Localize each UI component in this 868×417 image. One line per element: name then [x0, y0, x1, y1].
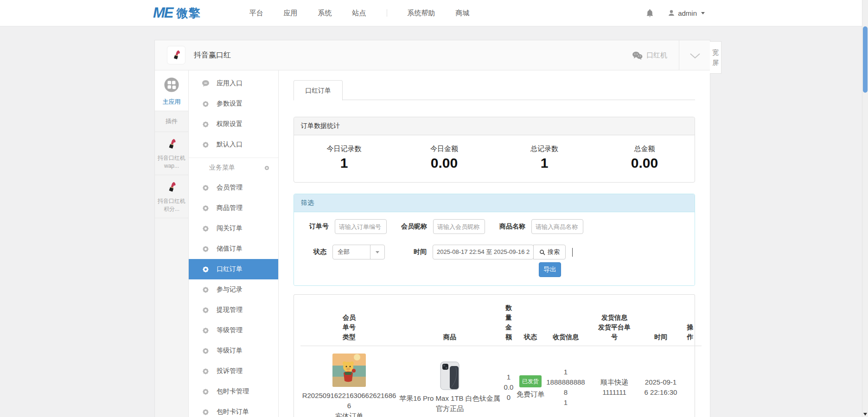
wechat-icon	[632, 51, 643, 60]
nav-item-apps[interactable]: 应用	[284, 9, 298, 18]
export-button[interactable]: 导出	[539, 262, 561, 277]
nav-item-platform[interactable]: 平台	[249, 9, 263, 18]
sidebar-item-levels[interactable]: 等级管理	[189, 320, 278, 341]
cell-receiver: 1 18888888888 1	[545, 346, 586, 417]
nav-item-site[interactable]: 站点	[352, 9, 366, 18]
stat-value: 1	[494, 155, 594, 171]
user-menu[interactable]: admin	[668, 9, 705, 17]
col-member-order-type: 会员 单号 类型	[300, 299, 398, 346]
orders-table-panel: 会员 单号 类型 商品 数 量 金 额 状态 收货信息 发货信息 发货平台单 号…	[294, 294, 695, 417]
stats-title: 订单数据统计	[294, 117, 695, 135]
nickname-input[interactable]	[433, 219, 485, 234]
scroll-down-arrow-icon[interactable]	[863, 413, 867, 416]
gear-icon[interactable]	[264, 165, 270, 171]
col-product: 商品	[398, 299, 502, 346]
filter-field-order-no: 订单号	[309, 219, 387, 234]
cell-time: 2025-09-16 22:16:30	[643, 346, 679, 417]
tab-lipstick-orders[interactable]: 口红订单	[294, 80, 343, 101]
rail-item-plugin-points[interactable]: 抖音口红机积分...	[155, 175, 188, 218]
app-rail: 主应用 插件 抖音口红机wap... 抖音口红机积分...	[155, 70, 189, 417]
rail-item-main-app[interactable]: 主应用	[155, 70, 188, 111]
sidebar-section-business-menu: 业务菜单	[189, 158, 278, 177]
gear-icon	[202, 286, 210, 294]
scrollbar-thumb[interactable]	[863, 26, 868, 93]
product-name-input[interactable]	[531, 219, 583, 234]
product-name-label: 商品名称	[499, 222, 525, 231]
sidebar-item-members[interactable]: 会员管理	[189, 177, 278, 198]
sidebar-item-params[interactable]: 参数设置	[189, 94, 278, 114]
sidebar-item-complaints[interactable]: 投诉管理	[189, 361, 278, 381]
channel-label: 口红机	[646, 51, 667, 60]
sidebar-item-products[interactable]: 商品管理	[189, 198, 278, 218]
sidebar-item-label: 闯关订单	[217, 224, 243, 233]
time-range-input[interactable]	[433, 245, 534, 259]
app-panel: 抖音赢口红 口红机 宽屏	[154, 40, 710, 417]
nav-divider	[387, 9, 387, 17]
status-select[interactable]: 全部	[332, 245, 385, 259]
sidebar-item-default-entry[interactable]: 默认入口	[189, 134, 278, 155]
sidebar-item-permissions[interactable]: 权限设置	[189, 114, 278, 134]
status-badge: 已发货	[519, 375, 542, 387]
sidebar-item-participation-records[interactable]: 参与记录	[189, 279, 278, 300]
notification-bell-icon[interactable]	[646, 9, 654, 18]
rail-item-plugin-wap[interactable]: 抖音口红机wap...	[155, 132, 188, 175]
table-header-row: 会员 单号 类型 商品 数 量 金 额 状态 收货信息 发货信息 发货平台单 号…	[300, 299, 702, 346]
widescreen-toggle-button[interactable]: 宽屏	[710, 41, 721, 74]
sidebar-item-time-card-orders[interactable]: 包时卡订单	[189, 402, 278, 417]
gear-icon	[202, 225, 210, 233]
gear-icon	[202, 245, 210, 253]
collapse-chevron-icon[interactable]	[689, 52, 701, 61]
filter-field-product: 商品名称	[499, 219, 583, 234]
sidebar-item-label: 应用入口	[217, 79, 243, 88]
orders-table: 会员 单号 类型 商品 数 量 金 额 状态 收货信息 发货信息 发货平台单 号…	[300, 299, 702, 417]
rail-plugins-label: 插件	[155, 111, 188, 132]
sidebar-item-label: 包时卡订单	[217, 408, 249, 416]
sidebar-item-stored-value-orders[interactable]: 储值订单	[189, 239, 278, 259]
product-subtitle: 官方正品	[399, 404, 501, 414]
stat-label: 总记录数	[494, 145, 594, 153]
stat-total-amount: 总金额 0.00	[594, 145, 695, 171]
weengine-logo[interactable]: ME 微擎	[153, 5, 201, 21]
sidebar-item-label: 参数设置	[217, 100, 243, 108]
sidebar-item-level-pass-orders[interactable]: 闯关订单	[189, 218, 278, 239]
search-button-label: 搜索	[548, 248, 560, 256]
table-row: R202509162216306626216866 实体订单	[300, 346, 702, 417]
order-no-input[interactable]	[335, 219, 387, 234]
channel-switcher[interactable]: 口红机	[632, 40, 667, 70]
sidebar-item-level-orders[interactable]: 等级订单	[189, 341, 278, 361]
lipstick-icon	[170, 49, 182, 61]
status-label: 状态	[313, 248, 326, 256]
logo-me-icon: ME	[153, 5, 173, 21]
nav-item-help[interactable]: 系统帮助	[408, 9, 435, 18]
sidebar-item-time-card-mgmt[interactable]: 包时卡管理	[189, 381, 278, 402]
sidebar-item-lipstick-orders[interactable]: 口红订单	[189, 259, 278, 279]
apps-grid-icon	[164, 77, 179, 93]
col-status: 状态	[516, 299, 545, 346]
cell-product: 苹果16 Pro Max 1TB 白色钛金属 官方正品	[398, 346, 502, 417]
stat-label: 总金额	[594, 145, 695, 153]
nav-item-store[interactable]: 商城	[456, 9, 470, 18]
gear-icon	[202, 388, 210, 396]
rail-plugin-label: 抖音口红机wap...	[157, 154, 186, 170]
sidebar-item-label: 会员管理	[217, 183, 243, 192]
nav-item-system[interactable]: 系统	[318, 9, 332, 18]
order-kind: 免费订单	[517, 389, 544, 399]
page-scrollbar[interactable]	[862, 0, 868, 417]
sidebar-item-withdrawals[interactable]: 提现管理	[189, 300, 278, 320]
search-button[interactable]: 搜索	[533, 245, 566, 259]
lipstick-icon	[165, 138, 178, 151]
sidebar-item-app-entry[interactable]: 应用入口	[189, 73, 278, 94]
time-label: 时间	[414, 248, 427, 256]
cell-actions	[679, 346, 702, 417]
tab-bar: 口红订单	[294, 80, 695, 100]
app-icon-tile	[167, 46, 185, 64]
sidebar-item-label: 等级管理	[217, 326, 243, 335]
app-header: 抖音赢口红 口红机 宽屏	[155, 40, 710, 70]
navbar-right: admin	[646, 0, 705, 26]
header-divider	[679, 40, 679, 70]
nickname-label: 会员昵称	[401, 222, 427, 231]
stat-today-records: 今日记录数 1	[294, 145, 394, 171]
col-time: 时间	[643, 299, 679, 346]
stat-today-amount: 今日金额 0.00	[394, 145, 494, 171]
page-title: 抖音赢口红	[194, 51, 231, 60]
